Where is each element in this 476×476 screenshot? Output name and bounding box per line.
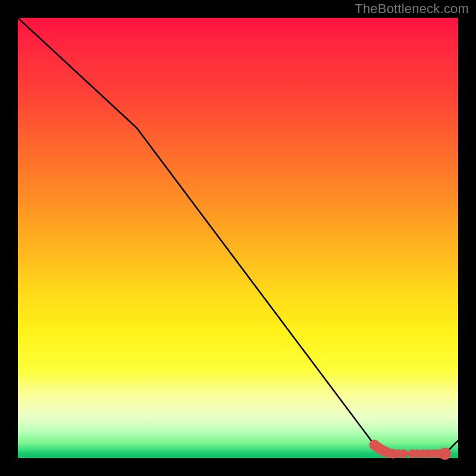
bottleneck-curve-path [18,18,458,454]
chart-overlay-svg [18,18,458,458]
marker-group [369,440,452,460]
chart-stage: TheBottleneck.com [0,0,476,476]
highlight-point [399,449,408,458]
plot-area [18,18,458,458]
line-series [18,18,458,454]
watermark-text: TheBottleneck.com [355,1,469,17]
highlight-point [439,447,451,460]
